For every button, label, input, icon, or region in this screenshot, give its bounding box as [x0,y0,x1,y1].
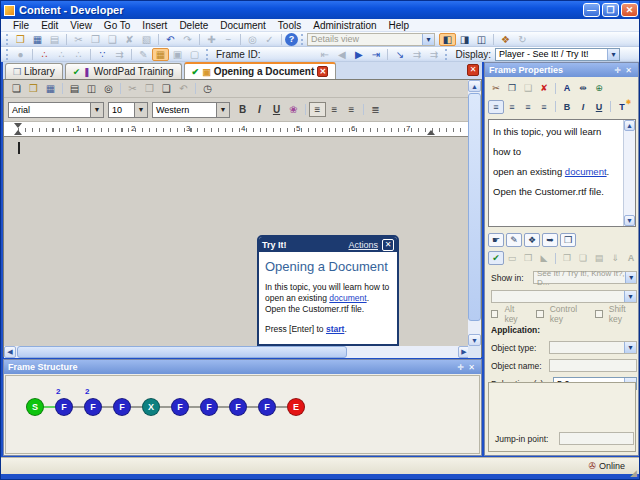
scrollbar-thumb[interactable] [17,346,347,358]
frame-node[interactable]: F [171,398,189,416]
fp-check-edit-icon[interactable]: ✔ [488,251,504,265]
frame-structure-canvas[interactable]: S 2F 2F F X F F F F E [5,375,480,454]
fp-underline-icon[interactable]: U [591,100,607,114]
keystroke-combo[interactable]: ▾ [491,290,637,303]
fp-paste-icon[interactable]: ❑ [520,81,536,95]
save-icon[interactable]: ▦ [29,33,46,46]
fp-cut-icon[interactable]: ✂ [488,81,504,95]
expand-icon[interactable]: ✚ [203,33,220,46]
chevron-down-icon[interactable]: ▾ [624,342,636,353]
close-tab-icon[interactable]: ✕ [317,66,328,77]
cut-icon[interactable]: ✂ [70,33,87,46]
fp-screen-icon[interactable]: ▭ [504,251,520,265]
scroll-down-icon[interactable]: ▼ [624,215,635,226]
fp-font-icon[interactable]: A [559,81,575,95]
paste-icon[interactable]: ❑ [104,33,121,46]
highlight-toggle-icon[interactable]: ▦ [152,48,169,61]
fp-align-right-icon[interactable]: ≡ [520,100,536,114]
scroll-up-icon[interactable]: ▲ [468,80,481,92]
fp-hyperlink-icon[interactable]: ⊕ [591,81,607,95]
fp-fill-icon[interactable]: ◣ [536,251,552,265]
shift-key-checkbox[interactable] [595,310,602,318]
fp-hand-icon[interactable]: ☛ [488,233,504,247]
minimize-button[interactable]: — [583,3,600,17]
details-view-combo[interactable]: Details view ▾ [307,33,435,46]
menu-delete[interactable]: Delete [173,20,214,31]
start-link[interactable]: start [326,324,344,334]
fp-align-justify-icon[interactable]: ≡ [536,100,552,114]
menu-document[interactable]: Document [214,20,272,31]
frame-node[interactable]: F [113,398,131,416]
stamp-icon[interactable]: ▧ [138,33,155,46]
branch-icon[interactable]: ↘ [391,48,408,61]
fp-preview-icon[interactable]: ➥ [542,233,558,247]
fp-copy-icon[interactable]: ❐ [504,81,520,95]
copy-icon[interactable]: ❐ [87,33,104,46]
frame-node[interactable]: F [84,398,102,416]
edit-frame-icon[interactable]: ✎ [135,48,152,61]
last-frame-icon[interactable]: ⇥ [367,48,384,61]
collapse-icon[interactable]: − [220,33,237,46]
spellcheck-icon[interactable]: ✓ [261,33,278,46]
open-icon[interactable]: ❒ [12,33,29,46]
show-in-combo[interactable]: See It! / Try It!, Know It?, D... ▾ [533,271,637,284]
tab-wordpad-training[interactable]: ✔ ❚ WordPad Training [65,63,182,79]
fp-page-down-icon[interactable]: ⇓ [607,251,623,265]
editor-horizontal-scrollbar[interactable]: ◀ ▶ [4,346,470,358]
fp-italic-icon[interactable]: I [575,100,591,114]
chevron-down-icon[interactable]: ▾ [607,49,619,60]
close-button[interactable]: ✕ [621,3,638,17]
scroll-down-icon[interactable]: ▼ [468,334,481,346]
menu-view[interactable]: View [64,20,98,31]
object-type-combo[interactable]: ▾ [549,341,637,354]
print-icon[interactable]: ▤ [46,33,63,46]
undo-icon[interactable]: ↶ [162,33,179,46]
bubble-close-icon[interactable]: ✕ [382,239,394,251]
previous-frame-icon[interactable]: ◀ [333,48,350,61]
actions-link[interactable]: Actions [348,240,378,250]
menu-tools[interactable]: Tools [272,20,307,31]
frame-node[interactable]: F [55,398,73,416]
fp-bold-icon[interactable]: B [559,100,575,114]
resize-grip[interactable]: ◢ [630,468,637,478]
scroll-left-icon[interactable]: ◀ [4,346,16,358]
frame-node[interactable]: F [200,398,218,416]
find-icon[interactable]: ◎ [244,33,261,46]
menu-file[interactable]: File [7,20,35,31]
next-frame-icon[interactable]: ▶ [350,48,367,61]
layout-horizontal-icon[interactable]: ◨ [456,33,473,46]
frame-node-decision[interactable]: X [142,398,160,416]
chevron-down-icon[interactable]: ▾ [422,34,434,45]
wordpad-document-area[interactable] [4,137,470,346]
menu-goto[interactable]: Go To [98,20,137,31]
redo-icon[interactable]: ↷ [179,33,196,46]
redo-path-icon[interactable]: ⇉ [408,48,425,61]
new-topic-icon[interactable]: ∴ [36,48,53,61]
fp-resize-text-icon[interactable]: ⇹ [575,81,591,95]
fp-align-center-icon[interactable]: ≡ [504,100,520,114]
object-name-field[interactable] [549,359,637,372]
new-module-icon[interactable]: ∴ [70,48,87,61]
frame-text-scrollbar[interactable]: ▲ ▼ [623,120,635,226]
document-link[interactable]: document [565,166,607,177]
properties-icon[interactable]: ❖ [497,33,514,46]
layout-vertical-icon[interactable]: ◫ [473,33,490,46]
scrollbar-thumb[interactable] [468,93,481,321]
fp-copy2-icon[interactable]: ❐ [559,251,575,265]
menu-administration[interactable]: Administration [307,20,382,31]
fp-edit-template-icon[interactable]: ✎ [506,233,522,247]
fp-display-icon[interactable]: ❖ [524,233,540,247]
layout-single-icon[interactable]: ◧ [439,33,456,46]
control-key-checkbox[interactable] [536,310,543,318]
scroll-up-icon[interactable]: ▲ [624,120,635,131]
menu-insert[interactable]: Insert [136,20,173,31]
fp-delete-icon[interactable]: ✘ [536,81,552,95]
document-link[interactable]: document [329,293,366,303]
help-icon[interactable]: ? [285,33,298,46]
panel-close-icon[interactable]: ✕ [623,66,634,75]
redo-path-alt-icon[interactable]: ⇉ [425,48,442,61]
menu-help[interactable]: Help [383,20,416,31]
tab-library[interactable]: ❒ Library [5,63,63,79]
fp-text-effects-icon[interactable]: T [614,100,630,114]
refresh-icon[interactable]: ↻ [514,33,531,46]
